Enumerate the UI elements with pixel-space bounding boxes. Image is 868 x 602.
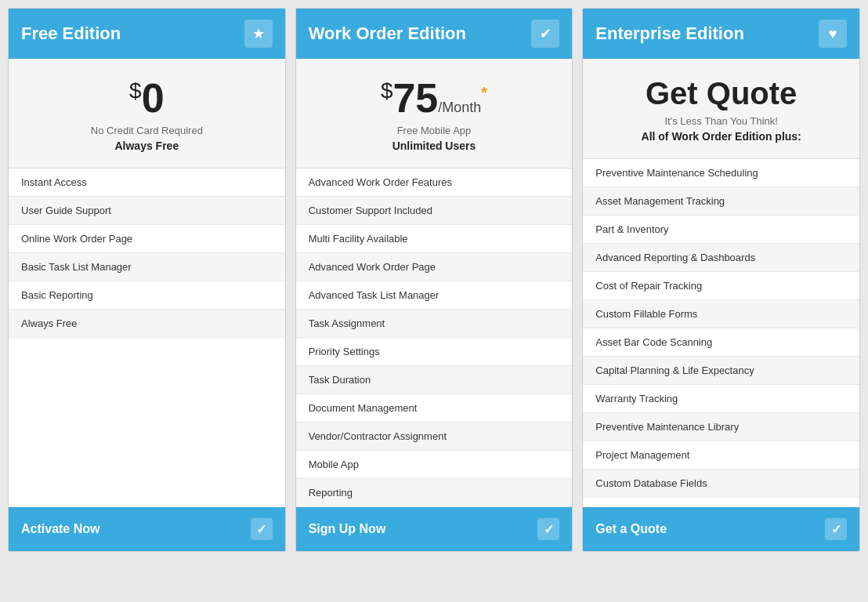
plan-get-quote-enterprise: Get Quote [595,78,847,109]
plan-footer-label-enterprise: Get a Quote [595,522,667,536]
feature-item: Preventive Maintenance Scheduling [583,159,859,187]
plan-sub2-work-order: Unlimited Users [309,140,560,152]
plan-footer-label-free: Activate Now [21,522,99,536]
feature-item: Document Management [296,394,573,422]
plan-footer-checkmark-work-order: ✓ [537,518,559,540]
feature-item: Asset Bar Code Scanning [583,328,859,357]
plan-header-icon-work-order: ✔ [531,20,559,48]
plan-footer-checkmark-free: ✓ [251,518,273,540]
plan-sub1-free: No Credit Card Required [21,125,273,136]
feature-item: Warranty Tracking [583,385,859,413]
feature-item: Basic Reporting [9,281,285,310]
feature-item: Instant Access [9,169,285,197]
feature-item: Custom Database Fields [583,470,859,498]
feature-item: Advanced Task List Manager [296,281,573,310]
feature-item: Vendor/Contractor Assignment [296,422,573,451]
plan-footer-enterprise[interactable]: Get a Quote✓ [583,507,859,551]
plan-period-work-order: /Month [438,100,481,115]
feature-item: Advanced Work Order Features [296,169,573,197]
plan-features-free: Instant AccessUser Guide SupportOnline W… [9,169,285,507]
feature-item: Task Assignment [296,310,573,338]
plan-price-section-enterprise: Get QuoteIt's Less Than You Think!All of… [583,59,859,159]
feature-item: Priority Settings [296,338,573,366]
feature-item: Asset Management Tracking [583,187,859,216]
plan-price-section-work-order: $75/Month*Free Mobile AppUnlimited Users [296,59,573,169]
plan-card-work-order: Work Order Edition✔$75/Month*Free Mobile… [295,8,573,552]
feature-item: Always Free [9,310,285,338]
plan-title-work-order: Work Order Edition [309,24,466,44]
plan-footer-checkmark-enterprise: ✓ [825,518,847,540]
plan-footer-free[interactable]: Activate Now✓ [9,507,285,551]
plan-header-free: Free Edition★ [9,9,285,59]
plan-sub2-free: Always Free [21,140,273,152]
feature-item: Capital Planning & Life Expectancy [583,357,859,385]
plan-header-icon-enterprise: ♥ [819,20,847,48]
plan-sub2-enterprise: All of Work Order Edition plus: [595,130,847,143]
plan-currency-work-order: $ [381,78,393,103]
plan-price-main-free: $0 [21,78,273,118]
feature-item: Online Work Order Page [9,225,285,253]
plan-asterisk-work-order: * [481,84,487,101]
plan-price-main-work-order: $75/Month* [309,78,560,118]
feature-item: Basic Task List Manager [9,253,285,281]
plan-footer-work-order[interactable]: Sign Up Now✓ [296,507,573,551]
feature-item: Part & Inventory [583,216,859,244]
pricing-container: Free Edition★$0No Credit Card RequiredAl… [8,8,860,552]
plan-features-work-order: Advanced Work Order FeaturesCustomer Sup… [296,169,573,507]
plan-currency-free: $ [129,78,142,103]
feature-item: Mobile App [296,451,573,479]
feature-item: Advanced Reporting & Dashboards [583,244,859,272]
plan-title-free: Free Edition [21,24,121,44]
feature-item: Preventive Maintenance Library [583,413,859,441]
feature-item: Task Duration [296,366,573,394]
plan-title-enterprise: Enterprise Edition [595,24,743,44]
feature-item: Cost of Repair Tracking [583,272,859,300]
feature-item: Customer Support Included [296,197,573,225]
feature-item: Project Management [583,441,859,470]
plan-features-enterprise: Preventive Maintenance SchedulingAsset M… [583,159,859,507]
feature-item: Reporting [296,479,573,507]
plan-header-work-order: Work Order Edition✔ [296,9,573,59]
feature-item: User Guide Support [9,197,285,225]
plan-card-free: Free Edition★$0No Credit Card RequiredAl… [8,8,286,552]
feature-item: Advanced Work Order Page [296,253,573,281]
plan-sub1-work-order: Free Mobile App [309,125,560,136]
plan-header-icon-free: ★ [244,20,273,48]
plan-header-enterprise: Enterprise Edition♥ [583,9,859,59]
plan-price-section-free: $0No Credit Card RequiredAlways Free [9,59,285,169]
plan-sub1-enterprise: It's Less Than You Think! [595,115,847,127]
plan-footer-label-work-order: Sign Up Now [309,522,386,536]
plan-card-enterprise: Enterprise Edition♥Get QuoteIt's Less Th… [582,8,860,552]
feature-item: Custom Fillable Forms [583,300,859,328]
feature-item: Multi Facility Available [296,225,573,253]
